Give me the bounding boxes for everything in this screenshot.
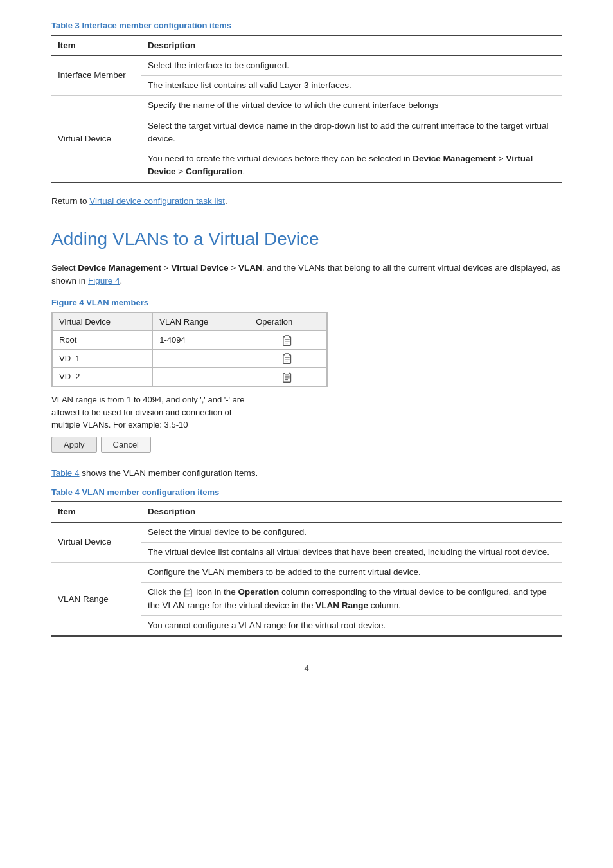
table4-caption: Table 4 VLAN member configuration items: [51, 486, 562, 499]
table3-header-description: Description: [141, 35, 562, 56]
edit-icon-vd1: [282, 353, 294, 365]
table3-desc-interface-1: Select the interface to be configured.: [141, 55, 562, 75]
cancel-button[interactable]: Cancel: [101, 437, 151, 453]
vlan-note-block: VLAN range is from 1 to 4094, and only '…: [51, 393, 562, 453]
bold-vlan: VLAN: [238, 263, 262, 273]
table-row: Interface Member Select the interface to…: [51, 55, 562, 75]
table4-item-vlan: VLAN Range: [51, 563, 141, 637]
table4-desc-vd-2: The virtual device list contains all vir…: [141, 542, 562, 562]
fig4-header-vlan: VLAN Range: [153, 312, 249, 331]
table4-desc-vlan-2: Click the icon in the Operation column c…: [141, 583, 562, 616]
fig4-device-root: Root: [53, 331, 153, 350]
fig4-op-root[interactable]: [249, 331, 327, 350]
bold-dm: Device Management: [78, 263, 161, 273]
table4-header-description: Description: [141, 502, 562, 522]
bold-device-mgmt: Device Management: [413, 154, 496, 163]
svg-rect-20: [186, 588, 190, 590]
table3-desc-vd-2: Select the target virtual device name in…: [141, 116, 562, 149]
fig4-row-root: Root 1-4094: [53, 331, 327, 350]
edit-icon: [282, 335, 294, 347]
vlan-note: VLAN range is from 1 to 4094, and only '…: [51, 393, 562, 431]
fig4-vlan-vd1: [153, 349, 249, 368]
apply-cancel-row: Apply Cancel: [51, 437, 562, 453]
body-paragraph: Select Device Management > Virtual Devic…: [51, 262, 562, 288]
fig4-device-vd1: VD_1: [53, 349, 153, 368]
fig4-vlan-vd2: [153, 368, 249, 386]
table3-item-vd: Virtual Device: [51, 96, 141, 183]
table4-desc-vlan-3: You cannot configure a VLAN range for th…: [141, 615, 562, 636]
bold-operation: Operation: [238, 587, 280, 597]
fig4-op-vd1[interactable]: [249, 349, 327, 368]
inline-edit-icon: [184, 588, 194, 598]
table3-item-interface: Interface Member: [51, 55, 141, 96]
figure4-container: Virtual Device VLAN Range Operation Root…: [51, 312, 328, 387]
svg-rect-8: [285, 354, 289, 356]
svg-rect-14: [285, 372, 289, 375]
figure4-link[interactable]: Figure 4: [88, 276, 120, 285]
table3: Item Description Interface Member Select…: [51, 35, 562, 183]
bold-config: Configuration: [186, 167, 242, 176]
table-row: VLAN Range Configure the VLAN members to…: [51, 563, 562, 583]
table4-link[interactable]: Table 4: [51, 468, 80, 478]
fig4-op-vd2[interactable]: [249, 368, 327, 386]
fig4-vlan-root: 1-4094: [153, 331, 249, 350]
table3-desc-vd-3: You need to create the virtual devices b…: [141, 149, 562, 183]
fig4-header-vd: Virtual Device: [53, 312, 153, 331]
apply-button[interactable]: Apply: [51, 437, 97, 453]
table4-desc-vlan-1: Configure the VLAN members to be added t…: [141, 563, 562, 583]
table4-header-item: Item: [51, 502, 141, 522]
figure4-table: Virtual Device VLAN Range Operation Root…: [52, 312, 327, 386]
table3-desc-interface-2: The interface list contains all valid La…: [141, 76, 562, 96]
table4-item-vd: Virtual Device: [51, 522, 141, 563]
table3-caption: Table 3 Interface member configuration i…: [51, 19, 562, 32]
bold-vlan-range: VLAN Range: [315, 601, 368, 610]
return-link[interactable]: Virtual device configuration task list: [89, 196, 225, 206]
bold-vd2: Virtual Device: [171, 263, 228, 273]
table4: Item Description Virtual Device Select t…: [51, 501, 562, 637]
table3-header-item: Item: [51, 35, 141, 56]
table3-desc-vd-1: Specify the name of the virtual device t…: [141, 96, 562, 116]
return-line: Return to Virtual device configuration t…: [51, 195, 562, 208]
fig4-row-vd2: VD_2: [53, 368, 327, 386]
edit-icon-vd2: [282, 372, 294, 383]
fig4-row-vd1: VD_1: [53, 349, 327, 368]
table-row: Virtual Device Select the virtual device…: [51, 522, 562, 542]
fig4-device-vd2: VD_2: [53, 368, 153, 386]
page-number: 4: [51, 662, 562, 675]
table-row: Virtual Device Specify the name of the v…: [51, 96, 562, 116]
figure4-caption: Figure 4 VLAN members: [51, 296, 562, 309]
section-title: Adding VLANs to a Virtual Device: [51, 226, 562, 253]
svg-rect-2: [285, 336, 289, 338]
table4-ref: Table 4 shows the VLAN member configurat…: [51, 467, 562, 480]
fig4-header-op: Operation: [249, 312, 327, 331]
table4-desc-vd-1: Select the virtual device to be configur…: [141, 522, 562, 542]
